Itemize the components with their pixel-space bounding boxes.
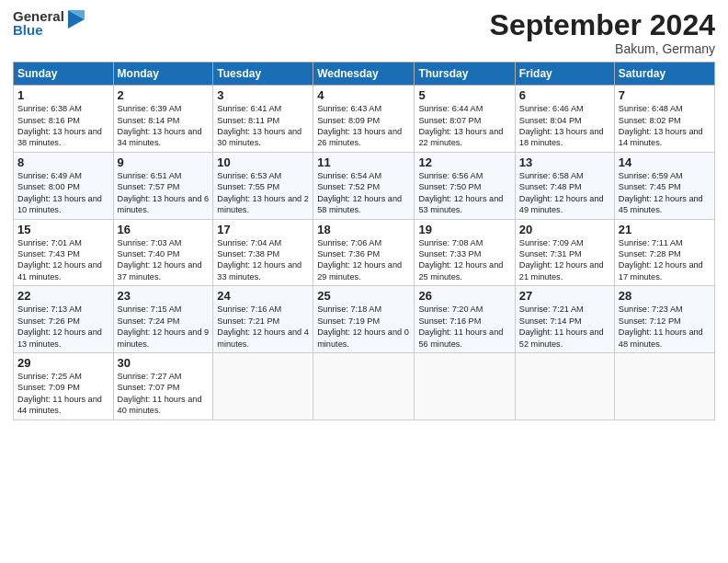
day-number: 25 [317, 289, 410, 303]
main-container: General Blue September 2024 Bakum, Germa… [0, 0, 728, 430]
cell-info: Sunrise: 6:51 AMSunset: 7:57 PMDaylight:… [118, 171, 210, 214]
cell-info: Sunrise: 6:38 AMSunset: 8:16 PMDaylight:… [17, 104, 102, 147]
table-row: 28 Sunrise: 7:23 AMSunset: 7:12 PMDaylig… [614, 286, 714, 353]
cell-info: Sunrise: 7:04 AMSunset: 7:38 PMDaylight:… [217, 238, 301, 282]
day-number: 7 [619, 88, 711, 102]
day-number: 19 [418, 223, 510, 236]
cell-info: Sunrise: 6:58 AMSunset: 7:48 PMDaylight:… [519, 171, 604, 214]
day-number: 29 [17, 356, 109, 370]
cell-info: Sunrise: 7:01 AMSunset: 7:43 PMDaylight:… [17, 238, 102, 282]
day-number: 17 [217, 223, 309, 236]
table-row [614, 352, 714, 419]
month-title: September 2024 [490, 9, 715, 41]
table-row: 14 Sunrise: 6:59 AMSunset: 7:45 PMDaylig… [614, 152, 714, 219]
logo-general: General [13, 9, 64, 23]
col-thursday: Thursday [415, 63, 515, 86]
day-number: 13 [519, 155, 610, 169]
cell-info: Sunrise: 7:27 AMSunset: 7:07 PMDaylight:… [118, 372, 202, 415]
table-row: 15 Sunrise: 7:01 AMSunset: 7:43 PMDaylig… [14, 219, 114, 286]
cell-info: Sunrise: 7:25 AMSunset: 7:09 PMDaylight:… [17, 372, 102, 415]
table-row [415, 352, 515, 419]
col-friday: Friday [515, 63, 614, 86]
day-number: 12 [418, 155, 510, 169]
day-number: 6 [519, 88, 610, 102]
table-row: 2 Sunrise: 6:39 AMSunset: 8:14 PMDayligh… [113, 86, 213, 153]
table-row: 13 Sunrise: 6:58 AMSunset: 7:48 PMDaylig… [515, 152, 614, 219]
col-sunday: Sunday [14, 63, 114, 86]
table-row: 6 Sunrise: 6:46 AMSunset: 8:04 PMDayligh… [515, 86, 614, 153]
table-row: 20 Sunrise: 7:09 AMSunset: 7:31 PMDaylig… [515, 219, 614, 286]
cell-info: Sunrise: 6:53 AMSunset: 7:55 PMDaylight:… [217, 171, 309, 214]
day-number: 1 [17, 88, 109, 102]
day-number: 5 [418, 88, 510, 102]
day-number: 15 [17, 223, 109, 236]
cell-info: Sunrise: 7:11 AMSunset: 7:28 PMDaylight:… [619, 238, 703, 282]
day-number: 8 [17, 155, 109, 169]
table-row: 19 Sunrise: 7:08 AMSunset: 7:33 PMDaylig… [415, 219, 515, 286]
cell-info: Sunrise: 6:39 AMSunset: 8:14 PMDaylight:… [118, 104, 202, 147]
table-row: 23 Sunrise: 7:15 AMSunset: 7:24 PMDaylig… [113, 286, 213, 353]
day-number: 10 [217, 155, 309, 169]
table-row: 12 Sunrise: 6:56 AMSunset: 7:50 PMDaylig… [415, 152, 515, 219]
header-row-columns: Sunday Monday Tuesday Wednesday Thursday… [14, 63, 715, 86]
cell-info: Sunrise: 6:43 AMSunset: 8:09 PMDaylight:… [317, 104, 402, 147]
calendar-week-4: 22 Sunrise: 7:13 AMSunset: 7:26 PMDaylig… [14, 286, 715, 353]
table-row: 8 Sunrise: 6:49 AMSunset: 8:00 PMDayligh… [14, 152, 114, 219]
cell-info: Sunrise: 6:59 AMSunset: 7:45 PMDaylight:… [619, 171, 703, 214]
day-number: 4 [317, 88, 410, 102]
table-row: 10 Sunrise: 6:53 AMSunset: 7:55 PMDaylig… [213, 152, 313, 219]
cell-info: Sunrise: 7:20 AMSunset: 7:16 PMDaylight:… [418, 304, 503, 348]
day-number: 16 [118, 223, 210, 236]
logo-blue: Blue [13, 23, 64, 37]
table-row: 9 Sunrise: 6:51 AMSunset: 7:57 PMDayligh… [113, 152, 213, 219]
day-number: 2 [118, 88, 210, 102]
day-number: 30 [118, 356, 210, 370]
logo-triangle-icon [68, 10, 85, 36]
day-number: 11 [317, 155, 410, 169]
cell-info: Sunrise: 6:54 AMSunset: 7:52 PMDaylight:… [317, 171, 402, 214]
table-row: 5 Sunrise: 6:44 AMSunset: 8:07 PMDayligh… [415, 86, 515, 153]
day-number: 14 [619, 155, 711, 169]
calendar-week-2: 8 Sunrise: 6:49 AMSunset: 8:00 PMDayligh… [14, 152, 715, 219]
table-row: 22 Sunrise: 7:13 AMSunset: 7:26 PMDaylig… [14, 286, 114, 353]
cell-info: Sunrise: 7:18 AMSunset: 7:19 PMDaylight:… [317, 304, 409, 348]
table-row: 16 Sunrise: 7:03 AMSunset: 7:40 PMDaylig… [113, 219, 213, 286]
col-tuesday: Tuesday [213, 63, 313, 86]
table-row: 27 Sunrise: 7:21 AMSunset: 7:14 PMDaylig… [515, 286, 614, 353]
calendar-table: Sunday Monday Tuesday Wednesday Thursday… [13, 62, 715, 419]
cell-info: Sunrise: 6:49 AMSunset: 8:00 PMDaylight:… [17, 171, 102, 214]
day-number: 28 [619, 289, 711, 303]
table-row: 18 Sunrise: 7:06 AMSunset: 7:36 PMDaylig… [313, 219, 415, 286]
col-monday: Monday [113, 63, 213, 86]
col-saturday: Saturday [614, 63, 714, 86]
logo: General Blue [13, 9, 85, 37]
day-number: 21 [619, 223, 711, 236]
location: Bakum, Germany [490, 41, 715, 56]
table-row: 4 Sunrise: 6:43 AMSunset: 8:09 PMDayligh… [313, 86, 415, 153]
table-row: 21 Sunrise: 7:11 AMSunset: 7:28 PMDaylig… [614, 219, 714, 286]
cell-info: Sunrise: 7:03 AMSunset: 7:40 PMDaylight:… [118, 238, 202, 282]
table-row: 30 Sunrise: 7:27 AMSunset: 7:07 PMDaylig… [113, 352, 213, 419]
cell-info: Sunrise: 6:56 AMSunset: 7:50 PMDaylight:… [418, 171, 503, 214]
cell-info: Sunrise: 7:09 AMSunset: 7:31 PMDaylight:… [519, 238, 604, 282]
table-row: 3 Sunrise: 6:41 AMSunset: 8:11 PMDayligh… [213, 86, 313, 153]
day-number: 9 [118, 155, 210, 169]
table-row: 11 Sunrise: 6:54 AMSunset: 7:52 PMDaylig… [313, 152, 415, 219]
cell-info: Sunrise: 7:21 AMSunset: 7:14 PMDaylight:… [519, 304, 604, 348]
day-number: 27 [519, 289, 610, 303]
table-row [515, 352, 614, 419]
table-row: 29 Sunrise: 7:25 AMSunset: 7:09 PMDaylig… [14, 352, 114, 419]
table-row: 7 Sunrise: 6:48 AMSunset: 8:02 PMDayligh… [614, 86, 714, 153]
table-row [213, 352, 313, 419]
table-row [313, 352, 415, 419]
cell-info: Sunrise: 7:13 AMSunset: 7:26 PMDaylight:… [17, 304, 102, 348]
cell-info: Sunrise: 6:46 AMSunset: 8:04 PMDaylight:… [519, 104, 604, 147]
calendar-week-5: 29 Sunrise: 7:25 AMSunset: 7:09 PMDaylig… [14, 352, 715, 419]
cell-info: Sunrise: 7:08 AMSunset: 7:33 PMDaylight:… [418, 238, 503, 282]
title-block: September 2024 Bakum, Germany [490, 9, 715, 56]
cell-info: Sunrise: 7:16 AMSunset: 7:21 PMDaylight:… [217, 304, 309, 348]
calendar-week-3: 15 Sunrise: 7:01 AMSunset: 7:43 PMDaylig… [14, 219, 715, 286]
table-row: 17 Sunrise: 7:04 AMSunset: 7:38 PMDaylig… [213, 219, 313, 286]
day-number: 24 [217, 289, 309, 303]
col-wednesday: Wednesday [313, 63, 415, 86]
